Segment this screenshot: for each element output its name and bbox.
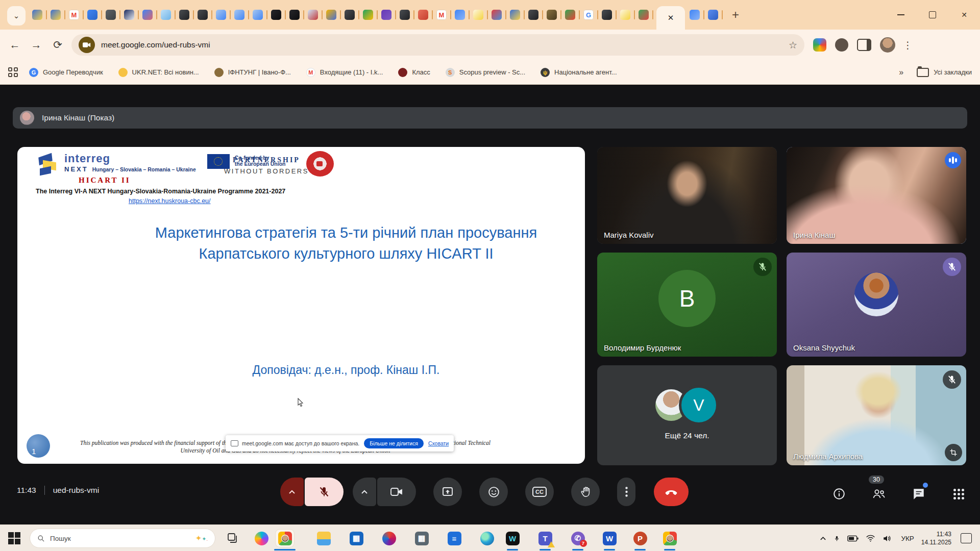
browser-tab[interactable] xyxy=(617,0,635,30)
taskbar-word-icon[interactable]: W xyxy=(600,530,619,547)
taskbar-powerpoint-icon[interactable]: P xyxy=(631,530,649,547)
stop-sharing-button[interactable]: Більше не ділитися xyxy=(364,438,424,448)
address-bar[interactable]: meet.google.com/ued-rubs-vmi ☆ xyxy=(71,34,804,56)
tab-close-icon[interactable]: ✕ xyxy=(668,13,674,22)
bookmark-item[interactable]: UKR.NET: Всі новин... xyxy=(118,68,199,77)
browser-tab[interactable] xyxy=(267,0,286,30)
more-participants-tile[interactable]: V Ещё 24 чел. xyxy=(597,365,777,465)
taskbar-explorer-icon[interactable] xyxy=(314,530,333,547)
browser-tab[interactable] xyxy=(704,0,723,30)
browser-tab[interactable] xyxy=(378,0,396,30)
browser-tab[interactable] xyxy=(561,0,580,30)
browser-tab[interactable] xyxy=(598,0,617,30)
bookmarks-overflow-icon[interactable]: » xyxy=(899,68,903,77)
participants-people-icon[interactable]: 30 xyxy=(871,486,887,502)
close-window-button[interactable]: ✕ xyxy=(948,0,980,30)
presenter-banner[interactable]: Ірина Кінаш (Показ) xyxy=(13,107,967,129)
participant-tile-mariya[interactable]: Mariya Kovaliv xyxy=(597,147,777,244)
mic-options-chevron[interactable] xyxy=(280,478,304,506)
browser-tab[interactable]: G xyxy=(580,0,598,30)
browser-tab[interactable] xyxy=(304,0,323,30)
browser-tab[interactable] xyxy=(212,0,231,30)
captions-button[interactable]: CC xyxy=(525,478,554,506)
browser-tab[interactable] xyxy=(84,0,102,30)
active-tab[interactable]: ✕ xyxy=(656,6,685,30)
taskbar-calendar-icon[interactable]: ▦ xyxy=(347,530,365,547)
browser-tab[interactable] xyxy=(47,0,65,30)
all-bookmarks-button[interactable]: Усі закладки xyxy=(934,68,972,76)
browser-tab[interactable] xyxy=(102,0,120,30)
taskbar-task-view-icon[interactable] xyxy=(224,530,242,547)
camera-in-use-icon[interactable] xyxy=(79,37,95,53)
browser-tab[interactable] xyxy=(120,0,139,30)
browser-tab[interactable] xyxy=(323,0,341,30)
taskbar-floppy-db-icon[interactable]: ≡ xyxy=(445,530,463,547)
tray-microphone-icon[interactable] xyxy=(834,534,840,543)
reload-button[interactable]: ⟳ xyxy=(47,34,68,56)
tray-wifi-icon[interactable] xyxy=(866,535,875,542)
participant-tile-volodymyr[interactable]: В Володимир Бурденюк xyxy=(597,253,777,357)
participant-tile-liudmyla[interactable]: Людмила Архипова xyxy=(787,365,966,465)
browser-tab[interactable] xyxy=(396,0,414,30)
more-options-button[interactable] xyxy=(617,478,635,506)
browser-tab[interactable]: M xyxy=(433,0,451,30)
maximize-button[interactable] xyxy=(917,0,948,30)
browser-tab[interactable] xyxy=(488,0,506,30)
taskbar-m365-copilot-icon[interactable] xyxy=(380,530,398,547)
browser-tab[interactable] xyxy=(194,0,212,30)
participant-tile-oksana[interactable]: Oksana Shyychuk xyxy=(787,253,966,357)
meeting-details-info-icon[interactable] xyxy=(831,486,847,502)
taskbar-calculator-icon[interactable]: ▦ xyxy=(412,530,431,547)
hide-notification-link[interactable]: Сховати xyxy=(428,440,449,446)
tray-clock[interactable]: 11:43 14.11.2025 xyxy=(921,530,951,546)
taskbar-chrome-profile-icon[interactable] xyxy=(660,530,679,547)
tab-search-button[interactable]: ⌄ xyxy=(7,6,26,26)
forward-button[interactable]: → xyxy=(26,34,47,56)
bookmark-item[interactable]: SScopus preview - Sc... xyxy=(446,68,525,77)
bookmark-item[interactable]: MВходящие (11) - I.k... xyxy=(306,68,383,77)
side-panel-icon[interactable] xyxy=(857,39,871,51)
crop-view-icon[interactable] xyxy=(945,444,962,461)
bookmark-star-icon[interactable]: ☆ xyxy=(789,39,797,51)
bookmark-item[interactable]: ψНаціональне агент... xyxy=(541,68,617,77)
back-button[interactable]: ← xyxy=(4,34,26,56)
bookmark-item[interactable]: GGoogle Переводчик xyxy=(29,68,103,77)
camera-on-button[interactable] xyxy=(377,478,416,506)
taskbar-viber-icon[interactable]: ✆7 xyxy=(569,530,587,547)
browser-tab[interactable] xyxy=(470,0,488,30)
browser-tab[interactable] xyxy=(451,0,470,30)
browser-tab[interactable] xyxy=(157,0,176,30)
browser-tab[interactable] xyxy=(231,0,249,30)
programme-link[interactable]: https://next.huskroua-cbc.eu/ xyxy=(129,197,211,205)
taskbar-search[interactable]: Пошук ✦✦. xyxy=(30,529,215,548)
taskbar-webex-icon[interactable]: W xyxy=(503,530,522,547)
taskbar-edge-icon[interactable] xyxy=(478,530,496,547)
camera-options-chevron[interactable] xyxy=(353,478,376,506)
end-call-button[interactable] xyxy=(654,478,689,506)
browser-tab[interactable] xyxy=(341,0,359,30)
browser-tab[interactable] xyxy=(543,0,561,30)
extension-colorful-icon[interactable] xyxy=(813,38,826,52)
browser-tab[interactable] xyxy=(414,0,433,30)
taskbar-teams-icon[interactable]: T xyxy=(536,530,554,547)
activities-grid-icon[interactable] xyxy=(950,486,967,502)
browser-tab[interactable]: M xyxy=(65,0,84,30)
tray-volume-icon[interactable] xyxy=(883,535,892,542)
browser-tab[interactable] xyxy=(525,0,543,30)
tray-chevron-icon[interactable] xyxy=(820,536,826,541)
raise-hand-button[interactable] xyxy=(571,478,600,506)
browser-tab[interactable] xyxy=(359,0,378,30)
taskbar-chrome-icon[interactable] xyxy=(276,530,294,547)
minimize-button[interactable] xyxy=(885,0,917,30)
tray-battery-icon[interactable] xyxy=(847,535,859,542)
profile-avatar[interactable] xyxy=(880,37,895,53)
notification-center-icon[interactable] xyxy=(961,533,972,543)
present-screen-button[interactable] xyxy=(433,478,462,506)
browser-tab[interactable] xyxy=(286,0,304,30)
mic-off-button[interactable] xyxy=(305,478,344,506)
browser-menu-icon[interactable]: ⋮ xyxy=(903,39,913,51)
reactions-emoji-button[interactable] xyxy=(479,478,508,506)
chat-icon[interactable] xyxy=(911,486,927,502)
browser-tab[interactable] xyxy=(139,0,157,30)
browser-tab[interactable] xyxy=(686,0,704,30)
